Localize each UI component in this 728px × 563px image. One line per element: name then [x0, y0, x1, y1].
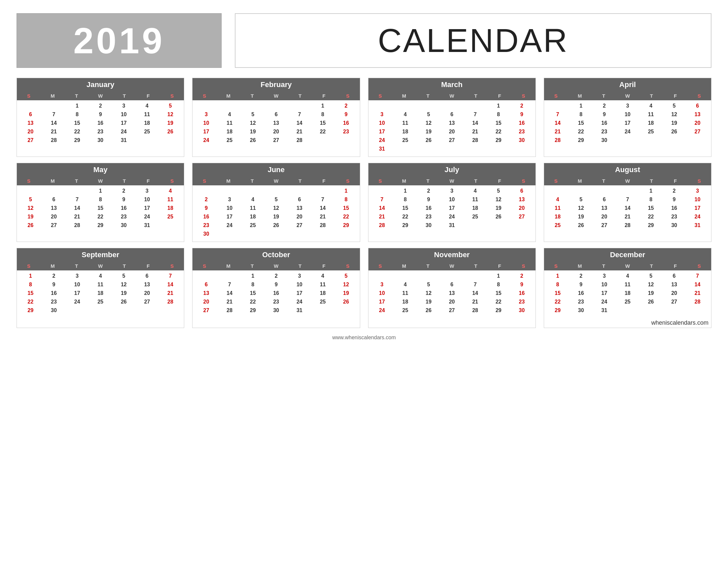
day-cell: 28: [218, 306, 241, 315]
day-name-label: T: [240, 262, 264, 269]
day-name-label: T: [288, 92, 312, 99]
day-cell: [370, 102, 394, 110]
month-grid-april: 1234567891011121314151617181920212223242…: [544, 100, 711, 148]
day-cell: 6: [440, 110, 463, 119]
month-name-october: October: [193, 248, 360, 261]
day-cell: 15: [487, 119, 510, 127]
year-label: 2019: [73, 20, 165, 62]
day-cell: 27: [440, 306, 463, 315]
day-cell: 30: [569, 306, 592, 315]
day-name-label: T: [464, 92, 488, 99]
day-cell: [370, 272, 394, 280]
day-cell: [487, 221, 510, 230]
day-cell: [65, 306, 89, 315]
day-name-label: S: [193, 262, 216, 269]
day-cell: 2: [510, 272, 533, 280]
day-name-label: T: [288, 262, 312, 269]
day-cell: 17: [288, 289, 311, 298]
day-cell: 18: [546, 212, 569, 221]
day-cell: [218, 230, 241, 238]
day-cell: [265, 230, 288, 238]
day-cell: 23: [569, 298, 592, 306]
day-names-header-march: SMTWTFS: [368, 91, 535, 100]
day-names-header-july: SMTWTFS: [368, 176, 535, 185]
day-cell: 22: [334, 212, 358, 221]
day-cell: 20: [265, 127, 288, 136]
day-cell: 1: [394, 187, 417, 195]
day-cell: 27: [194, 306, 218, 315]
day-cell: 12: [241, 119, 264, 127]
day-cell: 16: [569, 289, 592, 298]
day-cell: 8: [334, 195, 358, 204]
day-cell: 29: [19, 306, 42, 315]
day-cell: 1: [89, 187, 112, 195]
day-cell: 21: [65, 212, 89, 221]
day-cell: 7: [370, 195, 394, 204]
day-cell: 18: [616, 289, 639, 298]
watermark: wheniscalendars.com: [544, 318, 711, 328]
day-cell: [65, 187, 89, 195]
day-cell: [370, 187, 394, 195]
day-cell: [288, 187, 311, 195]
day-cell: 28: [546, 136, 569, 145]
day-cell: 17: [440, 204, 463, 212]
day-cell: 24: [194, 136, 218, 145]
day-cell: 14: [546, 119, 569, 127]
day-cell: 13: [440, 119, 463, 127]
day-cell: 5: [112, 272, 135, 280]
day-cell: 20: [440, 298, 463, 306]
day-cell: 11: [159, 195, 182, 204]
day-cell: 19: [112, 289, 135, 298]
day-cell: 29: [334, 221, 358, 230]
day-name-label: W: [616, 92, 639, 99]
day-cell: 14: [463, 119, 487, 127]
day-name-label: W: [89, 177, 112, 184]
day-name-label: T: [112, 177, 136, 184]
day-cell: 6: [135, 272, 158, 280]
day-cell: 21: [463, 298, 487, 306]
day-cell: 29: [639, 221, 663, 230]
day-cell: [663, 136, 686, 145]
day-cell: 29: [487, 136, 510, 145]
day-cell: 30: [663, 221, 686, 230]
day-cell: 25: [135, 127, 158, 136]
day-cell: [112, 306, 135, 315]
day-cell: 13: [288, 204, 311, 212]
day-cell: 16: [89, 119, 112, 127]
day-cell: 9: [593, 110, 616, 119]
day-cell: 18: [218, 127, 241, 136]
day-cell: 6: [288, 195, 311, 204]
day-cell: 15: [89, 204, 112, 212]
day-name-label: T: [416, 177, 440, 184]
day-cell: 18: [463, 204, 487, 212]
day-cell: 18: [135, 119, 158, 127]
day-cell: 2: [334, 102, 358, 110]
day-cell: [334, 136, 358, 145]
day-cell: 29: [89, 221, 112, 230]
day-cell: 29: [65, 136, 89, 145]
day-cell: 22: [569, 127, 592, 136]
day-cell: [440, 145, 463, 153]
day-cell: 13: [135, 280, 158, 289]
day-cell: 5: [334, 272, 358, 280]
day-cell: 13: [42, 204, 65, 212]
day-cell: 8: [639, 195, 663, 204]
day-cell: 5: [417, 110, 440, 119]
day-cell: 24: [686, 212, 709, 221]
day-cell: 6: [265, 110, 288, 119]
day-cell: 17: [593, 289, 616, 298]
day-name-label: M: [216, 92, 240, 99]
day-name-label: M: [568, 262, 592, 269]
day-cell: 30: [510, 136, 533, 145]
day-cell: [194, 272, 218, 280]
day-cell: 17: [135, 204, 158, 212]
day-cell: 10: [194, 119, 218, 127]
day-cell: [135, 136, 158, 145]
day-cell: 5: [417, 280, 440, 289]
day-name-label: S: [544, 262, 568, 269]
day-cell: 25: [394, 306, 417, 315]
day-cell: 30: [265, 306, 288, 315]
day-cell: 11: [218, 119, 241, 127]
month-grid-june: 1234567891011121314151617181920212223242…: [193, 185, 360, 241]
day-cell: 26: [663, 127, 686, 136]
